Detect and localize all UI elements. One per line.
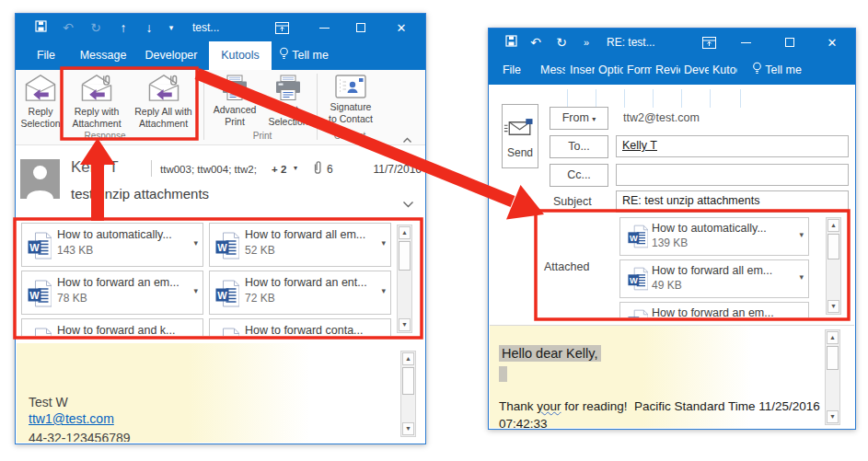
- signature-email-link[interactable]: ttw1@test.com: [29, 411, 114, 426]
- close-button[interactable]: ✕: [816, 29, 848, 56]
- scroll-up-button[interactable]: ▲: [399, 226, 411, 239]
- attachment-menu-caret-icon[interactable]: ▾: [381, 238, 386, 248]
- minimize-button[interactable]: [730, 29, 761, 56]
- attachment-menu-caret-icon[interactable]: ▾: [381, 334, 386, 336]
- body-scrollbar[interactable]: ▲ ▼: [400, 351, 416, 437]
- to-recipient[interactable]: Kelly T: [622, 139, 657, 152]
- body-scrollbar[interactable]: ▲ ▼: [825, 329, 840, 425]
- ribbon-group-response: Response: [59, 131, 151, 141]
- cc-field[interactable]: [616, 164, 849, 186]
- tab-developer[interactable]: Developer: [139, 41, 203, 70]
- scrollbar-thumb[interactable]: [402, 367, 414, 395]
- tab-insert[interactable]: Insert: [570, 56, 595, 85]
- scroll-up-button[interactable]: ▲: [827, 331, 839, 344]
- tab-file[interactable]: File: [498, 56, 526, 85]
- attached-strip: W How to automatically... 139 KB ▾ W How…: [619, 215, 811, 317]
- attachment-menu-caret-icon[interactable]: ▾: [799, 230, 804, 239]
- word-file-icon: W: [628, 309, 648, 317]
- header-divider: [151, 160, 152, 177]
- attachment-size: 72 KB: [245, 292, 275, 305]
- previous-item-icon[interactable]: ↑: [115, 14, 132, 41]
- scrollbar-thumb[interactable]: [827, 346, 839, 370]
- redo-icon[interactable]: ↻: [553, 29, 570, 56]
- to-button[interactable]: To...: [550, 135, 608, 158]
- attachment-tile[interactable]: W How to forward and k... ▾: [21, 318, 203, 336]
- attachment-menu-caret-icon[interactable]: ▾: [193, 286, 198, 295]
- svg-text:W: W: [630, 276, 638, 285]
- recipients[interactable]: ttw003; ttw004; ttw2;: [160, 164, 257, 175]
- scroll-down-button[interactable]: ▼: [827, 300, 839, 313]
- attachment-tile[interactable]: W How to forward an ent... 72 KB ▾: [209, 271, 391, 315]
- from-button[interactable]: From ▾: [550, 107, 608, 130]
- scroll-down-button[interactable]: ▼: [399, 318, 411, 331]
- attachment-menu-caret-icon[interactable]: ▾: [381, 286, 386, 295]
- more-recipients-caret-icon[interactable]: ▾: [294, 164, 297, 172]
- tab-file[interactable]: File: [29, 41, 64, 70]
- ribbon-display-options-icon[interactable]: [693, 29, 724, 56]
- svg-text:W: W: [630, 234, 638, 243]
- tab-kutools[interactable]: Kutoo: [712, 56, 737, 85]
- expand-header-icon[interactable]: [402, 195, 414, 212]
- tab-format[interactable]: Forma: [627, 56, 652, 85]
- attachment-tile[interactable]: W How to forward all em... 52 KB ▾: [209, 223, 391, 267]
- save-icon[interactable]: [32, 14, 49, 41]
- tab-kutools[interactable]: Kutools: [209, 41, 272, 70]
- maximize-button[interactable]: [774, 29, 805, 56]
- attachment-menu-caret-icon[interactable]: ▾: [193, 334, 198, 336]
- scrollbar-thumb[interactable]: [399, 241, 411, 271]
- attachment-menu-caret-icon[interactable]: ▾: [799, 315, 804, 317]
- sender-name[interactable]: Kelly T: [71, 158, 119, 177]
- compose-body[interactable]: Hello dear Kelly, Thank your for reading…: [490, 325, 854, 428]
- customize-qat-icon[interactable]: ▾: [165, 14, 178, 41]
- tab-developer[interactable]: Devel: [684, 56, 709, 85]
- attachment-tile[interactable]: W How to forward an em... ▾: [619, 302, 809, 317]
- tab-options[interactable]: Optio: [598, 56, 623, 85]
- attachments-scrollbar[interactable]: ▲ ▼: [397, 225, 412, 333]
- reply-selection-button[interactable]: ReplySelection: [16, 72, 65, 142]
- next-item-icon[interactable]: ↓: [141, 14, 157, 41]
- reply-envelope-icon: [23, 74, 58, 104]
- tab-tellme[interactable]: Tell me: [279, 41, 358, 70]
- reading-window: ↶ ↻ ↑ ↓ ▾ test... ✕ File Message Develop…: [15, 13, 426, 444]
- more-recipients-button[interactable]: + 2: [272, 164, 286, 175]
- close-button[interactable]: ✕: [386, 14, 417, 41]
- redo-icon[interactable]: ↻: [87, 14, 104, 41]
- attachment-size: 78 KB: [57, 292, 87, 305]
- tab-message[interactable]: Message: [75, 41, 132, 70]
- attachment-name: How to automatically...: [57, 228, 184, 241]
- attachment-menu-caret-icon[interactable]: ▾: [193, 238, 198, 248]
- send-button[interactable]: Send: [502, 104, 538, 168]
- selected-empty-line: [499, 366, 507, 382]
- tab-message[interactable]: Messa: [540, 56, 565, 85]
- attachment-tile[interactable]: W How to forward an em... 78 KB ▾: [21, 271, 203, 315]
- undo-icon[interactable]: ↶: [60, 14, 76, 41]
- scroll-down-button[interactable]: ▼: [827, 410, 839, 423]
- tab-review[interactable]: Revie: [655, 56, 680, 85]
- tab-tellme[interactable]: Tell me: [752, 56, 835, 85]
- cc-button[interactable]: Cc...: [550, 164, 608, 187]
- attachment-tile[interactable]: W How to automatically... 139 KB ▾: [619, 217, 809, 256]
- undo-icon[interactable]: ↶: [527, 29, 544, 56]
- attachment-name: How to automatically...: [652, 222, 790, 235]
- word-file-icon: W: [628, 267, 648, 291]
- compose-titlebar[interactable]: ↶ ↻ » RE: test... ✕: [489, 29, 855, 56]
- maximize-button[interactable]: [345, 14, 376, 41]
- ribbon-display-options-icon[interactable]: [266, 14, 297, 41]
- attached-scrollbar[interactable]: ▲ ▼: [826, 217, 841, 315]
- scroll-up-button[interactable]: ▲: [402, 352, 414, 365]
- to-field[interactable]: Kelly T: [616, 135, 849, 157]
- scroll-up-button[interactable]: ▲: [827, 219, 839, 232]
- minimize-button[interactable]: [308, 14, 340, 41]
- attachment-menu-caret-icon[interactable]: ▾: [799, 272, 804, 282]
- attachment-tile[interactable]: W How to automatically... 143 KB ▾: [21, 223, 203, 267]
- attachment-tile[interactable]: W How to forward conta... ▾: [209, 318, 391, 336]
- save-icon[interactable]: [503, 29, 519, 56]
- reading-titlebar[interactable]: ↶ ↻ ↑ ↓ ▾ test... ✕: [16, 14, 425, 41]
- reply-all-attachment-envelope-icon: [146, 74, 181, 104]
- attachment-tile[interactable]: W How to forward all em... 49 KB ▾: [619, 259, 809, 298]
- more-commands-icon[interactable]: »: [579, 29, 594, 56]
- subject-field[interactable]: RE: test unzip attachments: [616, 190, 849, 213]
- scroll-down-button[interactable]: ▼: [402, 422, 414, 435]
- scrollbar-thumb[interactable]: [827, 234, 839, 259]
- attachment-count: 6: [327, 163, 333, 176]
